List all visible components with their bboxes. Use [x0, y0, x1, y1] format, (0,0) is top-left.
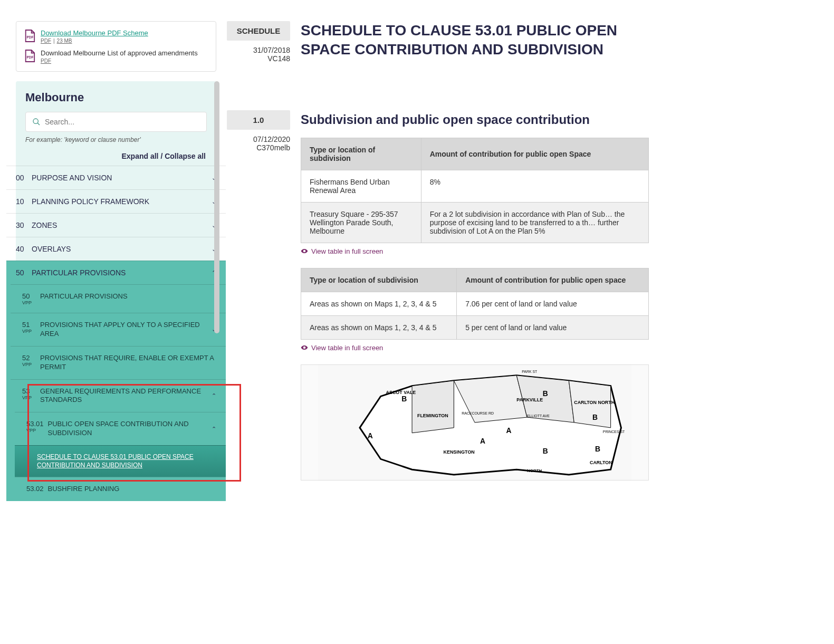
svg-text:A: A [480, 436, 485, 445]
svg-text:FLEMINGTON: FLEMINGTON [417, 413, 448, 418]
collapse-all-button[interactable]: Collapse all [165, 152, 206, 160]
nav-leaf-active[interactable]: SCHEDULE TO CLAUSE 53.01 PUBLIC OPEN SPA… [15, 445, 226, 477]
nav-sub-52[interactable]: 52VPPPROVISIONS THAT REQUIRE, ENABLE OR … [11, 346, 226, 379]
search-input[interactable] [45, 118, 200, 126]
nav-leaf-label: SCHEDULE TO CLAUSE 53.01 PUBLIC OPEN SPA… [26, 453, 216, 469]
svg-text:PRINCES ST: PRINCES ST [603, 430, 625, 434]
download-link-label: Download Melbourne List of approved amen… [41, 49, 198, 57]
svg-text:B: B [401, 395, 407, 403]
nav-item-50[interactable]: 50PARTICULAR PROVISIONS ⌃ [6, 261, 226, 284]
eye-icon [301, 344, 308, 351]
search-icon [32, 118, 41, 126]
meta-code: C370melb [227, 143, 290, 152]
nav-item-40[interactable]: 40OVERLAYS ⌄ [6, 237, 226, 261]
meta-date: 07/12/2020 [227, 135, 290, 143]
svg-text:ELLIOTT AVE: ELLIOTT AVE [527, 414, 550, 418]
pdf-icon: PDF [24, 29, 35, 43]
svg-text:B: B [543, 447, 548, 455]
pdf-icon: PDF [24, 49, 35, 63]
nav-item-00[interactable]: 00PURPOSE AND VISION ⌄ [6, 166, 226, 189]
eye-icon [301, 247, 308, 255]
section-title: Subdivision and public open space contri… [301, 112, 649, 127]
table-header: Type or location of subdivision [301, 268, 457, 292]
meta-section: 1.0 07/12/2020 C370melb [227, 110, 290, 152]
nav-sub-51[interactable]: 51VPPPROVISIONS THAT APPLY ONLY TO A SPE… [11, 313, 226, 346]
svg-text:NORTH: NORTH [527, 468, 542, 473]
table-row: Areas as shown on Maps 1, 2, 3, 4 & 55 p… [301, 315, 649, 339]
meta-code: VC148 [227, 54, 290, 63]
table-row: Areas as shown on Maps 1, 2, 3, 4 & 57.0… [301, 292, 649, 315]
svg-text:A: A [506, 426, 511, 435]
chevron-up-icon: ⌃ [212, 426, 216, 432]
contribution-table-2: Type or location of subdivision Amount o… [301, 268, 649, 340]
search-hint: For example: 'keyword or clause number' [25, 136, 207, 143]
svg-text:B: B [543, 389, 548, 398]
download-meta: PDF [41, 58, 198, 64]
table-row: Fishermans Bend Urban Renewal Area8% [301, 170, 649, 202]
svg-text:PDF: PDF [27, 56, 34, 60]
meta-date: 31/07/2018 [227, 46, 290, 54]
expand-all-button[interactable]: Expand all [121, 152, 158, 160]
download-meta: PDF|23 MB [41, 38, 148, 44]
svg-text:PARK ST: PARK ST [522, 370, 538, 373]
nav-sub-5301[interactable]: 53.01VPPPUBLIC OPEN SPACE CONTRIBUTION A… [15, 412, 226, 445]
svg-text:KENSINGTON: KENSINGTON [444, 449, 475, 455]
meta-label: SCHEDULE [227, 21, 290, 41]
search-box[interactable] [25, 112, 207, 132]
svg-text:CARLTON: CARLTON [590, 460, 612, 465]
svg-text:RACECOURSE RD: RACECOURSE RD [462, 411, 494, 415]
nav-sub-5302[interactable]: 53.02BUSHFIRE PLANNING [15, 477, 226, 501]
contribution-table-1: Type or location of subdivision Amount o… [301, 138, 649, 243]
svg-text:PARKVILLE: PARKVILLE [516, 397, 543, 402]
view-full-screen-link[interactable]: View table in full screen [301, 247, 383, 255]
table-row: Treasury Square - 295-357 Wellington Par… [301, 202, 649, 243]
view-full-screen-link[interactable]: View table in full screen [301, 344, 383, 352]
svg-line-3 [37, 123, 40, 125]
download-amendments[interactable]: PDF Download Melbourne List of approved … [24, 49, 208, 64]
download-link-label[interactable]: Download Melbourne PDF Scheme [41, 29, 148, 37]
svg-text:PDF: PDF [27, 36, 34, 40]
meta-label: 1.0 [227, 110, 290, 130]
svg-text:B: B [592, 413, 598, 421]
svg-text:B: B [595, 444, 600, 453]
table-header: Type or location of subdivision [301, 138, 421, 170]
download-box: PDF Download Melbourne PDF Scheme PDF|23… [16, 21, 216, 72]
table-header: Amount of contribution for public open S… [421, 138, 648, 170]
nav-title: Melbourne [25, 91, 207, 104]
expand-collapse-row: Expand all / Collapse all [25, 152, 207, 160]
svg-text:ASCOT VALE: ASCOT VALE [386, 389, 416, 395]
meta-schedule: SCHEDULE 31/07/2018 VC148 [227, 21, 290, 63]
nav-sub-50[interactable]: 50VPPPARTICULAR PROVISIONS [11, 284, 226, 313]
nav-panel: Melbourne For example: 'keyword or claus… [16, 81, 216, 501]
svg-point-2 [33, 119, 38, 123]
nav-item-30[interactable]: 30ZONES ⌄ [6, 213, 226, 237]
map-image: ASCOT VALE FLEMINGTON KENSINGTON PARKVIL… [301, 364, 649, 480]
table-header: Amount of contribution for public open s… [457, 268, 649, 292]
svg-text:A: A [368, 431, 373, 440]
download-pdf-scheme[interactable]: PDF Download Melbourne PDF Scheme PDF|23… [24, 29, 208, 44]
nav-item-10[interactable]: 10PLANNING POLICY FRAMEWORK ⌄ [6, 189, 226, 213]
page-title: SCHEDULE TO CLAUSE 53.01 PUBLIC OPEN SPA… [301, 21, 649, 60]
svg-text:CARLTON NORTH: CARLTON NORTH [574, 400, 615, 405]
nav-sub-53[interactable]: 53VPPGENERAL REQUIREMENTS AND PERFORMANC… [11, 379, 226, 412]
chevron-up-icon: ⌃ [212, 392, 216, 399]
scrollbar[interactable] [214, 81, 219, 333]
